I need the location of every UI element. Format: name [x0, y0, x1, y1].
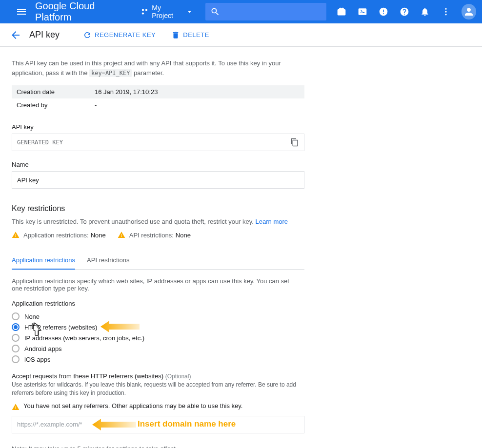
svg-point-4: [445, 8, 447, 10]
radio-ios[interactable]: iOS apps: [12, 354, 301, 365]
search-box[interactable]: [205, 3, 326, 20]
info-table: Creation date 16 Jan 2019, 17:10:23 Crea…: [12, 85, 304, 112]
notifications-icon[interactable]: [420, 6, 431, 18]
avatar[interactable]: [462, 4, 476, 19]
chevron-down-icon: [185, 7, 194, 16]
radio-none[interactable]: None: [12, 311, 301, 322]
subheader: API key REGENERATE KEY DELETE: [0, 23, 482, 47]
api-key-value[interactable]: GENERATED KEY: [12, 134, 304, 151]
referrers-hint: Use asterisks for wildcards. If you leav…: [12, 381, 301, 397]
top-header: Google Cloud Platform My Project: [0, 0, 482, 23]
radio-group: None HTTP referrers (websites) IP addres…: [12, 311, 301, 365]
back-arrow-icon[interactable]: [10, 29, 21, 41]
warning-icon: [12, 403, 20, 411]
table-row: Created by -: [12, 98, 304, 112]
radio-android[interactable]: Android apps: [12, 343, 301, 354]
app-restrictions-status: Application restrictions: None: [12, 231, 106, 239]
search-icon: [210, 7, 220, 17]
page-title: API key: [29, 30, 60, 40]
svg-point-1: [145, 9, 147, 11]
api-restrictions-status: API restrictions: None: [118, 231, 191, 239]
warning-icon: [12, 231, 20, 239]
radio-http-referrers[interactable]: HTTP referrers (websites): [12, 322, 301, 332]
api-key-label: API key: [12, 123, 301, 131]
code-snippet: key=API_KEY: [89, 69, 132, 77]
svg-point-6: [445, 14, 447, 15]
delete-button[interactable]: DELETE: [171, 31, 209, 39]
logo: Google Cloud Platform: [35, 0, 129, 23]
project-name: My Project: [152, 4, 182, 19]
name-label: Name: [12, 161, 301, 168]
optional-label: (Optional): [165, 373, 191, 380]
name-input[interactable]: [12, 171, 304, 189]
more-icon[interactable]: [441, 6, 452, 18]
app-restrictions-desc: Application restrictions specify which w…: [12, 277, 301, 292]
app-restrictions-heading: Application restrictions: [12, 300, 301, 307]
referrers-label: Accept requests from these HTTP referrer…: [12, 372, 163, 380]
menu-icon[interactable]: [16, 6, 27, 18]
project-selector[interactable]: My Project: [141, 4, 193, 19]
svg-point-2: [142, 12, 144, 14]
referrers-warning: You have not set any referrers. Other ap…: [12, 402, 301, 411]
note-text: Note: It may take up to 5 minutes for se…: [12, 445, 301, 448]
key-restrictions-desc: This key is unrestricted. To prevent una…: [12, 218, 301, 225]
learn-more-link[interactable]: Learn more: [256, 218, 288, 225]
copy-icon[interactable]: [290, 138, 299, 147]
cloud-shell-icon[interactable]: [357, 6, 368, 18]
help-icon[interactable]: [399, 6, 410, 18]
svg-point-0: [142, 9, 144, 11]
intro-text: This API key can be used in this project…: [12, 58, 301, 78]
table-row: Creation date 16 Jan 2019, 17:10:23: [12, 85, 304, 98]
tab-app-restrictions[interactable]: Application restrictions: [12, 252, 75, 270]
alert-icon[interactable]: [378, 6, 389, 18]
tab-api-restrictions[interactable]: API restrictions: [87, 252, 129, 269]
svg-point-5: [445, 11, 447, 12]
gift-icon[interactable]: [336, 6, 347, 18]
restriction-tabs: Application restrictions API restriction…: [12, 252, 304, 270]
regenerate-key-button[interactable]: REGENERATE KEY: [83, 31, 156, 39]
main-content: This API key can be used in this project…: [0, 47, 312, 448]
radio-ip-addresses[interactable]: IP addresses (web servers, cron jobs, et…: [12, 332, 301, 343]
referrer-input[interactable]: https://*.example.com/*: [12, 416, 304, 433]
warning-icon: [118, 231, 125, 239]
key-restrictions-title: Key restrictions: [12, 204, 301, 213]
